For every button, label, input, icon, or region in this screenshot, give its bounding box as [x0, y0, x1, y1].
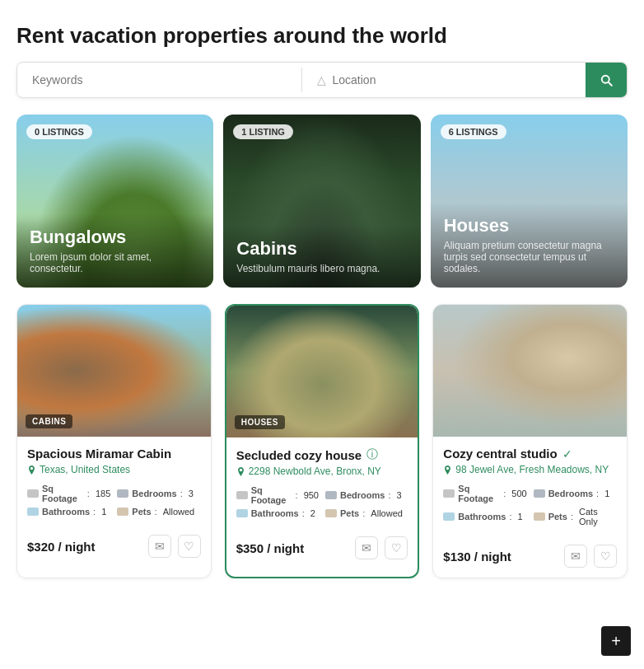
- favorite-button-miramar[interactable]: ♡: [178, 535, 201, 558]
- listing-price-miramar: $320 / night: [27, 540, 96, 554]
- category-title-houses: Houses: [444, 215, 614, 236]
- spec-sqft-studio: Sq Footage: 500: [443, 484, 526, 503]
- spec-bed-secluded: Bedrooms: 3: [325, 485, 408, 505]
- search-icon: [599, 73, 614, 87]
- spec-bath-studio: Bathrooms: 1: [443, 507, 526, 526]
- spec-bed-miramar: Bedrooms: 3: [117, 484, 200, 503]
- listing-price-secluded: $350 / night: [236, 541, 305, 555]
- spec-bed-studio: Bedrooms: 1: [534, 484, 617, 503]
- sqft-icon: [27, 489, 39, 498]
- location-input[interactable]: [333, 73, 572, 87]
- location-pin-icon: [27, 465, 36, 475]
- location-pin-icon: [443, 465, 452, 475]
- listing-image-secluded: HOUSES: [226, 306, 418, 437]
- listing-card-studio[interactable]: Cozy central studio ✓ 98 Jewel Ave, Fres…: [432, 304, 628, 578]
- listing-title-studio: Cozy central studio: [443, 447, 557, 461]
- message-button-studio[interactable]: ✉: [564, 545, 587, 568]
- listing-type-miramar: CABINS: [26, 414, 72, 428]
- spec-pet-studio: Pets: Cats Only: [534, 507, 617, 526]
- category-card-bungalows[interactable]: 0 LISTINGS Bungalows Lorem ipsum dolor s…: [16, 115, 213, 288]
- category-badge-cabins: 1 LISTING: [233, 124, 293, 139]
- category-badge-houses: 6 LISTINGS: [441, 124, 506, 139]
- keywords-input[interactable]: [17, 63, 301, 96]
- bed-icon: [325, 491, 337, 499]
- spec-sqft-miramar: Sq Footage: 185: [27, 484, 110, 503]
- page-title: Rent vacation properties around the worl…: [16, 23, 628, 49]
- category-title-cabins: Cabins: [236, 238, 407, 260]
- listing-price-studio: $130 / night: [443, 550, 511, 564]
- favorite-button-studio[interactable]: ♡: [594, 545, 617, 568]
- location-icon: △: [317, 73, 326, 87]
- listing-title-secluded: Secluded cozy house: [236, 448, 362, 462]
- listing-warning-icon: ⓘ: [366, 447, 378, 462]
- bath-icon: [236, 509, 248, 517]
- category-desc-cabins: Vestibulum mauris libero magna.: [236, 263, 407, 274]
- category-badge-bungalows: 0 LISTINGS: [26, 124, 92, 139]
- sqft-icon: [236, 491, 248, 499]
- category-desc-houses: Aliquam pretium consectetur magna turpis…: [444, 240, 614, 274]
- pet-icon: [117, 508, 128, 516]
- listing-location-studio: 98 Jewel Ave, Fresh Meadows, NY: [443, 464, 617, 475]
- listing-image-miramar: CABINS: [17, 305, 211, 437]
- listing-location-miramar: Texas, United States: [27, 464, 201, 475]
- fab-button[interactable]: +: [601, 626, 631, 656]
- favorite-button-secluded[interactable]: ♡: [385, 536, 408, 559]
- spec-bath-secluded: Bathrooms: 2: [236, 508, 319, 518]
- category-grid: 0 LISTINGS Bungalows Lorem ipsum dolor s…: [0, 115, 644, 304]
- category-card-cabins[interactable]: 1 LISTING Cabins Vestibulum mauris liber…: [223, 115, 420, 288]
- bath-icon: [443, 512, 455, 521]
- pet-icon: [325, 509, 337, 517]
- listing-title-miramar: Spacious Miramar Cabin: [27, 447, 171, 461]
- spec-pet-miramar: Pets: Allowed: [117, 507, 200, 517]
- message-button-secluded[interactable]: ✉: [355, 536, 378, 559]
- listings-grid: CABINS Spacious Miramar Cabin Texas, Uni…: [0, 304, 644, 595]
- spec-bath-miramar: Bathrooms: 1: [27, 507, 110, 517]
- listing-card-miramar[interactable]: CABINS Spacious Miramar Cabin Texas, Uni…: [16, 304, 212, 578]
- message-button-miramar[interactable]: ✉: [148, 535, 171, 558]
- header: Rent vacation properties around the worl…: [0, 0, 644, 62]
- verified-icon: ✓: [562, 447, 572, 461]
- bed-icon: [534, 489, 545, 498]
- sqft-icon: [443, 489, 455, 498]
- listing-image-studio: [433, 305, 627, 437]
- bath-icon: [27, 508, 39, 516]
- pet-icon: [534, 512, 545, 521]
- spec-pet-secluded: Pets: Allowed: [325, 508, 408, 518]
- category-card-houses[interactable]: 6 LISTINGS Houses Aliquam pretium consec…: [431, 115, 628, 288]
- category-desc-bungalows: Lorem ipsum dolor sit amet, consectetur.: [30, 251, 200, 274]
- search-button[interactable]: [586, 63, 627, 97]
- listing-card-secluded[interactable]: HOUSES Secluded cozy house ⓘ 2298 Newbol…: [225, 304, 420, 578]
- bed-icon: [117, 489, 128, 498]
- location-pin-icon: [236, 467, 245, 476]
- listing-type-secluded: HOUSES: [235, 415, 285, 429]
- search-bar: △: [16, 62, 628, 98]
- category-title-bungalows: Bungalows: [30, 227, 200, 248]
- listing-location-secluded: 2298 Newbold Ave, Bronx, NY: [236, 465, 408, 477]
- spec-sqft-secluded: Sq Footage: 950: [236, 485, 319, 505]
